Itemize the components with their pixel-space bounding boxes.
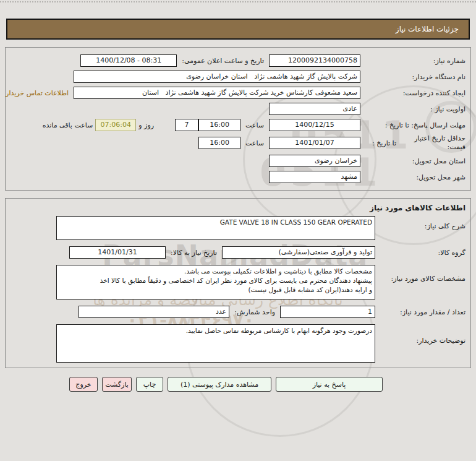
priority-field[interactable]: عادی (269, 103, 360, 115)
until-date-label: تا تاریخ : (372, 139, 396, 147)
buyer-org-row: نام دستگاه خریدار: شرکت پالایش گاز شهید … (9, 69, 465, 85)
goods-specs-label: مشخصات کالای مورد نیاز: (375, 275, 465, 283)
need-number-label: شماره نیاز: (360, 57, 465, 65)
creator-label: ایجاد کننده درخواست: (360, 89, 465, 97)
delivery-province-field[interactable]: خراسان رضوی (269, 155, 360, 167)
need-date-field[interactable]: 1401/01/31 (69, 246, 166, 259)
announce-datetime-label: تاریخ و ساعت اعلان عمومی: (182, 57, 264, 65)
back-button[interactable]: بازگشت (102, 377, 132, 392)
delivery-city-label: شهر محل تحویل: (360, 173, 465, 181)
goods-group-label: گروه کالا: (375, 249, 465, 257)
goods-info-panel: اطلاعات کالاهای مورد نیاز شرح کلی نیاز: … (5, 198, 471, 368)
need-date-label: تاریخ نیاز به کالا: (171, 249, 217, 257)
general-description-field[interactable]: GATE VALVE 18 IN CLASS 150 GEAR OPERATED (56, 216, 375, 240)
goods-specs-row: مشخصات کالای مورد نیاز: مشخصات کالا مطاب… (9, 265, 465, 299)
view-attachments-button[interactable]: مشاهده مدارک پیوستی (1) (168, 377, 271, 392)
need-number-field[interactable]: 1200092134000758 (269, 54, 360, 67)
delivery-city-field[interactable]: مشهد (269, 171, 360, 183)
goods-group-field[interactable]: تولید و فرآوری صنعتی(سفارشی) (222, 246, 375, 259)
specs-line: مشخصات کالا مطابق با دیتاشیت و اطلاعات ت… (59, 267, 372, 276)
goods-specs-field[interactable]: مشخصات کالا مطابق با دیتاشیت و اطلاعات ت… (56, 265, 375, 299)
buyer-notes-label: توضیحات خریدار: (375, 337, 465, 345)
announce-datetime-field[interactable]: 1400/12/08 - 08:31 (80, 54, 177, 67)
main-content: جزئیات اطلاعات نیاز شماره نیاز: 12000921… (0, 1, 476, 392)
creator-field[interactable]: سعید مشعوفی کارشناس خرید شرکت پالایش گاز… (74, 87, 360, 99)
request-info-panel: شماره نیاز: 1200092134000758 تاریخ و ساع… (5, 47, 471, 191)
buyer-org-label: نام دستگاه خریدار: (360, 73, 465, 81)
deadline-label: مهلت ارسال پاسخ: تا تاریخ : (360, 121, 465, 129)
deadline-row: مهلت ارسال پاسخ: تا تاریخ : 1400/12/15 س… (9, 117, 465, 133)
exit-button[interactable]: خروج (69, 377, 98, 392)
respond-to-need-button[interactable]: پاسخ به نیاز (276, 377, 383, 392)
delivery-province-row: استان محل تحویل: خراسان رضوی (9, 153, 465, 169)
priority-row: اولویت نیاز : عادی (9, 101, 465, 117)
quantity-label: تعداد / مقدار مورد نیاز: (375, 308, 465, 316)
rfq-detail-page: { "header": { "title": "جزئیات اطلاعات ن… (0, 0, 476, 461)
validity-time-field[interactable]: 16:00 (198, 137, 240, 149)
unit-field[interactable]: عدد (79, 306, 229, 318)
validity-hour-label: ساعت (245, 139, 264, 147)
price-validity-label: حداقل تاریخ اعتبار قیمت: (400, 134, 465, 152)
quantity-field[interactable]: 1 (280, 306, 375, 318)
buyer-contact-link[interactable]: اطلاعات تماس خریدار (6, 89, 69, 97)
goods-group-row: گروه کالا: تولید و فرآوری صنعتی(سفارشی) … (9, 244, 465, 261)
remaining-time-field: 07:06:04 (95, 119, 136, 131)
deadline-hour-label: ساعت (245, 121, 264, 129)
specs-line: پیشنهاد دهندگان محترم می بایست برای کالا… (59, 276, 372, 285)
deadline-time-field[interactable]: 16:00 (198, 119, 240, 131)
goods-section-title: اطلاعات کالاهای مورد نیاز (9, 204, 465, 212)
remaining-days-field[interactable]: 7 (175, 119, 198, 131)
priority-label: اولویت نیاز : (360, 105, 465, 113)
action-buttons: خروج بازگشت چاپ مشاهده مدارک پیوستی (1) … (69, 377, 476, 392)
buyer-notes-row: توضیحات خریدار: درصورت وجود هرگونه ابهام… (9, 324, 465, 363)
general-description-row: شرح کلی نیاز: GATE VALVE 18 IN CLASS 150… (9, 216, 465, 240)
specs-line: و ارایه دهند(ایران کد مشابه قابل قبول نی… (59, 285, 372, 295)
creator-row: ایجاد کننده درخواست: سعید مشعوفی کارشناس… (9, 85, 465, 101)
page-title: جزئیات اطلاعات نیاز (6, 19, 470, 40)
top-dotted-divider (0, 1, 476, 2)
print-button[interactable]: چاپ (136, 377, 163, 392)
unit-label: واحد شمارش: (234, 308, 275, 316)
deadline-date-field[interactable]: 1400/12/15 (269, 119, 360, 131)
validity-date-field[interactable]: 1401/01/07 (269, 137, 360, 149)
price-validity-row: حداقل تاریخ اعتبار قیمت: تا تاریخ : 1401… (9, 133, 465, 153)
general-description-label: شرح کلی نیاز: (375, 222, 465, 230)
delivery-city-row: شهر محل تحویل: مشهد (9, 169, 465, 185)
remaining-hours-label: ساعت باقی مانده (43, 121, 93, 129)
delivery-province-label: استان محل تحویل: (360, 157, 465, 165)
days-and-label: روز و (138, 121, 154, 129)
quantity-row: تعداد / مقدار مورد نیاز: 1 واحد شمارش: ع… (9, 304, 465, 320)
need-number-row: شماره نیاز: 1200092134000758 تاریخ و ساع… (9, 53, 465, 69)
buyer-notes-field[interactable]: درصورت وجود هرگونه ابهام با کارشناس مربو… (56, 324, 375, 363)
buyer-org-field[interactable]: شرکت پالایش گاز شهید هاشمی نژاد استان خر… (74, 71, 360, 83)
